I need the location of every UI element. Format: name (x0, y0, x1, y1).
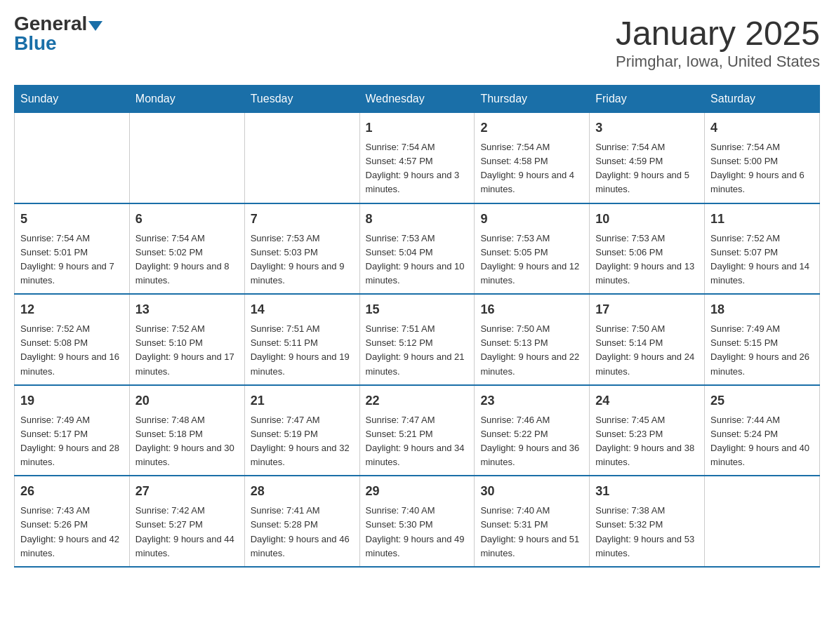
day-info: Sunrise: 7:45 AMSunset: 5:23 PMDaylight:… (595, 413, 699, 470)
day-info: Sunrise: 7:47 AMSunset: 5:19 PMDaylight:… (251, 413, 354, 470)
day-info: Sunrise: 7:46 AMSunset: 5:22 PMDaylight:… (480, 413, 583, 470)
day-info: Sunrise: 7:43 AMSunset: 5:26 PMDaylight:… (20, 504, 124, 561)
day-number: 21 (251, 391, 354, 410)
logo-line2: Blue (14, 34, 57, 53)
day-number: 30 (480, 482, 583, 501)
calendar-day-cell: 14Sunrise: 7:51 AMSunset: 5:11 PMDayligh… (244, 294, 359, 385)
calendar-day-cell: 28Sunrise: 7:41 AMSunset: 5:28 PMDayligh… (244, 476, 359, 567)
day-number: 8 (366, 210, 469, 229)
day-number: 20 (135, 391, 239, 410)
calendar-day-cell: 5Sunrise: 7:54 AMSunset: 5:01 PMDaylight… (15, 203, 130, 295)
logo-blue-text: Blue (14, 32, 57, 54)
day-number: 9 (480, 210, 583, 229)
calendar-day-cell: 24Sunrise: 7:45 AMSunset: 5:23 PMDayligh… (590, 385, 705, 476)
day-info: Sunrise: 7:52 AMSunset: 5:08 PMDaylight:… (20, 322, 124, 379)
calendar-day-cell: 15Sunrise: 7:51 AMSunset: 5:12 PMDayligh… (359, 294, 475, 385)
day-number: 1 (366, 119, 469, 137)
calendar-day-cell: 30Sunrise: 7:40 AMSunset: 5:31 PMDayligh… (475, 476, 590, 567)
day-info: Sunrise: 7:41 AMSunset: 5:28 PMDaylight:… (251, 504, 354, 561)
day-info: Sunrise: 7:49 AMSunset: 5:15 PMDaylight:… (710, 322, 814, 379)
day-number: 18 (710, 300, 814, 319)
day-number: 27 (135, 482, 239, 501)
day-number: 6 (135, 210, 239, 229)
day-number: 24 (595, 391, 699, 410)
day-number: 19 (20, 391, 124, 410)
day-number: 11 (710, 210, 814, 229)
calendar-day-cell: 21Sunrise: 7:47 AMSunset: 5:19 PMDayligh… (244, 385, 359, 476)
calendar-day-cell: 22Sunrise: 7:47 AMSunset: 5:21 PMDayligh… (359, 385, 475, 476)
calendar-day-header: Tuesday (244, 86, 359, 113)
day-number: 16 (480, 300, 583, 319)
calendar-day-header: Wednesday (359, 86, 475, 113)
calendar-day-cell: 20Sunrise: 7:48 AMSunset: 5:18 PMDayligh… (129, 385, 244, 476)
calendar-day-cell: 18Sunrise: 7:49 AMSunset: 5:15 PMDayligh… (705, 294, 820, 385)
day-number: 26 (20, 482, 124, 501)
day-info: Sunrise: 7:50 AMSunset: 5:13 PMDaylight:… (480, 322, 583, 379)
calendar-week-row: 5Sunrise: 7:54 AMSunset: 5:01 PMDaylight… (15, 203, 820, 295)
day-info: Sunrise: 7:53 AMSunset: 5:05 PMDaylight:… (480, 232, 583, 288)
day-info: Sunrise: 7:49 AMSunset: 5:17 PMDaylight:… (20, 413, 124, 470)
day-info: Sunrise: 7:40 AMSunset: 5:31 PMDaylight:… (480, 504, 583, 561)
day-info: Sunrise: 7:47 AMSunset: 5:21 PMDaylight:… (366, 413, 469, 470)
day-info: Sunrise: 7:52 AMSunset: 5:07 PMDaylight:… (710, 232, 814, 288)
day-number: 22 (366, 391, 469, 410)
day-info: Sunrise: 7:53 AMSunset: 5:04 PMDaylight:… (366, 232, 469, 288)
main-title: January 2025 (616, 14, 820, 53)
day-info: Sunrise: 7:44 AMSunset: 5:24 PMDaylight:… (710, 413, 814, 470)
day-number: 29 (366, 482, 469, 501)
calendar-day-header: Friday (590, 86, 705, 113)
day-number: 7 (251, 210, 354, 229)
calendar-day-cell: 27Sunrise: 7:42 AMSunset: 5:27 PMDayligh… (129, 476, 244, 567)
day-info: Sunrise: 7:53 AMSunset: 5:03 PMDaylight:… (251, 232, 354, 288)
day-number: 23 (480, 391, 583, 410)
calendar-day-cell: 13Sunrise: 7:52 AMSunset: 5:10 PMDayligh… (129, 294, 244, 385)
day-info: Sunrise: 7:54 AMSunset: 4:58 PMDaylight:… (480, 140, 583, 197)
day-number: 2 (480, 119, 583, 137)
day-info: Sunrise: 7:40 AMSunset: 5:30 PMDaylight:… (366, 504, 469, 561)
day-info: Sunrise: 7:54 AMSunset: 5:00 PMDaylight:… (710, 140, 814, 197)
calendar-day-cell: 3Sunrise: 7:54 AMSunset: 4:59 PMDaylight… (590, 113, 705, 203)
day-number: 14 (251, 300, 354, 319)
calendar-table: SundayMondayTuesdayWednesdayThursdayFrid… (14, 85, 820, 568)
calendar-week-row: 26Sunrise: 7:43 AMSunset: 5:26 PMDayligh… (15, 476, 820, 567)
title-section: January 2025 Primghar, Iowa, United Stat… (616, 14, 820, 71)
day-number: 25 (710, 391, 814, 410)
calendar-day-cell: 11Sunrise: 7:52 AMSunset: 5:07 PMDayligh… (705, 203, 820, 295)
day-number: 10 (595, 210, 699, 229)
day-info: Sunrise: 7:54 AMSunset: 4:59 PMDaylight:… (595, 140, 699, 197)
day-number: 17 (595, 300, 699, 319)
calendar-day-cell: 17Sunrise: 7:50 AMSunset: 5:14 PMDayligh… (590, 294, 705, 385)
day-number: 15 (366, 300, 469, 319)
day-number: 31 (595, 482, 699, 501)
day-number: 13 (135, 300, 239, 319)
day-info: Sunrise: 7:54 AMSunset: 5:01 PMDaylight:… (20, 232, 124, 288)
day-info: Sunrise: 7:48 AMSunset: 5:18 PMDaylight:… (135, 413, 239, 470)
calendar-day-header: Thursday (475, 86, 590, 113)
calendar-day-cell: 7Sunrise: 7:53 AMSunset: 5:03 PMDaylight… (244, 203, 359, 295)
day-number: 4 (710, 119, 814, 137)
calendar-week-row: 19Sunrise: 7:49 AMSunset: 5:17 PMDayligh… (15, 385, 820, 476)
day-info: Sunrise: 7:38 AMSunset: 5:32 PMDaylight:… (595, 504, 699, 561)
calendar-day-cell: 12Sunrise: 7:52 AMSunset: 5:08 PMDayligh… (15, 294, 130, 385)
calendar-header-row: SundayMondayTuesdayWednesdayThursdayFrid… (15, 86, 820, 113)
calendar-week-row: 12Sunrise: 7:52 AMSunset: 5:08 PMDayligh… (15, 294, 820, 385)
calendar-day-header: Sunday (15, 86, 130, 113)
calendar-day-cell: 1Sunrise: 7:54 AMSunset: 4:57 PMDaylight… (359, 113, 475, 203)
calendar-day-cell: 29Sunrise: 7:40 AMSunset: 5:30 PMDayligh… (359, 476, 475, 567)
calendar-day-cell: 19Sunrise: 7:49 AMSunset: 5:17 PMDayligh… (15, 385, 130, 476)
logo-general-text: General (14, 13, 87, 34)
day-number: 5 (20, 210, 124, 229)
calendar-day-cell: 16Sunrise: 7:50 AMSunset: 5:13 PMDayligh… (475, 294, 590, 385)
calendar-day-cell: 8Sunrise: 7:53 AMSunset: 5:04 PMDaylight… (359, 203, 475, 295)
day-info: Sunrise: 7:51 AMSunset: 5:11 PMDaylight:… (251, 322, 354, 379)
calendar-day-cell: 23Sunrise: 7:46 AMSunset: 5:22 PMDayligh… (475, 385, 590, 476)
calendar-day-cell: 4Sunrise: 7:54 AMSunset: 5:00 PMDaylight… (705, 113, 820, 203)
day-info: Sunrise: 7:54 AMSunset: 5:02 PMDaylight:… (135, 232, 239, 288)
calendar-day-cell: 2Sunrise: 7:54 AMSunset: 4:58 PMDaylight… (475, 113, 590, 203)
calendar-day-cell: 31Sunrise: 7:38 AMSunset: 5:32 PMDayligh… (590, 476, 705, 567)
calendar-day-header: Saturday (705, 86, 820, 113)
calendar-day-cell: 9Sunrise: 7:53 AMSunset: 5:05 PMDaylight… (475, 203, 590, 295)
calendar-day-cell (15, 113, 130, 203)
day-info: Sunrise: 7:53 AMSunset: 5:06 PMDaylight:… (595, 232, 699, 288)
day-number: 3 (595, 119, 699, 137)
